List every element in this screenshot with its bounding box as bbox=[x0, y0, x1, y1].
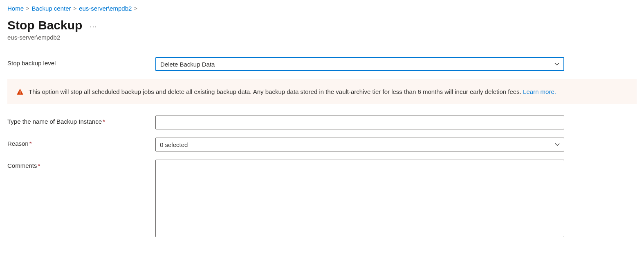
svg-rect-0 bbox=[20, 90, 20, 93]
breadcrumb-home[interactable]: Home bbox=[7, 5, 24, 12]
more-actions-icon[interactable]: ⋯ bbox=[90, 23, 97, 30]
stop-backup-level-select[interactable]: Delete Backup Data bbox=[155, 57, 564, 71]
warning-banner: This option will stop all scheduled back… bbox=[7, 79, 637, 104]
required-indicator: * bbox=[38, 162, 40, 169]
reason-label: Reason* bbox=[7, 138, 155, 147]
breadcrumb-separator: > bbox=[134, 5, 137, 11]
reason-select[interactable]: 0 selected bbox=[155, 138, 564, 151]
required-indicator: * bbox=[29, 140, 32, 147]
learn-more-link[interactable]: Learn more. bbox=[523, 88, 556, 95]
instance-name-label: Type the name of Backup Instance* bbox=[7, 116, 155, 125]
comments-textarea[interactable] bbox=[155, 160, 564, 237]
breadcrumb-instance[interactable]: eus-server\empdb2 bbox=[79, 5, 132, 12]
warning-icon bbox=[16, 88, 24, 96]
warning-text-container: This option will stop all scheduled back… bbox=[29, 87, 556, 96]
svg-rect-1 bbox=[20, 93, 20, 94]
breadcrumb-separator: > bbox=[74, 5, 77, 11]
breadcrumb-separator: > bbox=[26, 5, 29, 11]
chevron-down-icon bbox=[554, 62, 559, 67]
stop-backup-level-label: Stop backup level bbox=[7, 57, 155, 67]
reason-value: 0 selected bbox=[160, 141, 188, 148]
page-title: Stop Backup bbox=[7, 18, 82, 32]
stop-backup-level-value: Delete Backup Data bbox=[160, 61, 215, 68]
page-subtitle: eus-server\empdb2 bbox=[7, 34, 637, 41]
required-indicator: * bbox=[103, 118, 105, 125]
instance-name-input[interactable] bbox=[155, 116, 564, 129]
warning-text: This option will stop all scheduled back… bbox=[29, 88, 523, 95]
breadcrumb-backup-center[interactable]: Backup center bbox=[32, 5, 71, 12]
comments-label: Comments* bbox=[7, 160, 155, 169]
breadcrumb: Home > Backup center > eus-server\empdb2… bbox=[7, 5, 637, 12]
chevron-down-icon bbox=[555, 142, 560, 147]
